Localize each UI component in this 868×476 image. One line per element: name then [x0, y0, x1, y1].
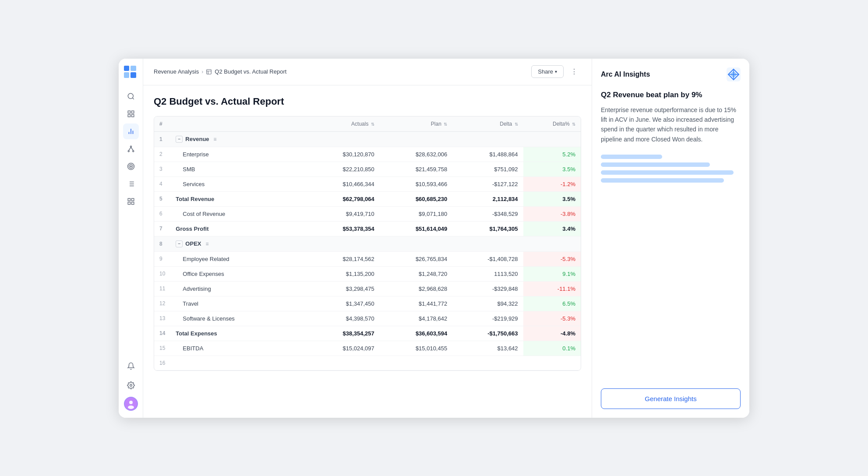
- row-delta: -$329,848: [452, 281, 523, 296]
- group-menu-icon[interactable]: ≡: [214, 136, 217, 142]
- row-num: 5: [154, 191, 170, 206]
- col-num: #: [154, 116, 170, 132]
- row-name: Travel: [170, 296, 307, 311]
- row-plan: $60,685,230: [380, 191, 452, 206]
- table-row: 7Gross Profit$53,378,354$51,614,049$1,76…: [154, 221, 581, 236]
- row-actuals: $28,174,562: [307, 251, 379, 266]
- table-row: 16: [154, 356, 581, 370]
- row-delta-pct: -5.3%: [523, 311, 581, 326]
- svg-rect-21: [131, 202, 134, 204]
- sidebar-item-notifications[interactable]: [123, 358, 139, 374]
- sidebar-item-grid[interactable]: [123, 194, 139, 209]
- row-actuals: $9,419,710: [307, 206, 379, 221]
- row-delta-pct: [523, 356, 581, 370]
- row-delta: -$219,929: [452, 311, 523, 326]
- row-actuals: $15,024,097: [307, 341, 379, 356]
- svg-point-4: [130, 146, 131, 147]
- row-delta-pct: -3.8%: [523, 206, 581, 221]
- row-delta-pct: -11.1%: [523, 281, 581, 296]
- row-delta: [452, 356, 523, 370]
- ai-panel-header: Arc AI Insights: [601, 67, 741, 81]
- row-name: EBITDA: [170, 341, 307, 356]
- row-delta: $1,764,305: [452, 221, 523, 236]
- loading-bars: [601, 155, 741, 183]
- col-delta-pct[interactable]: Delta% ⇅: [523, 116, 581, 132]
- sidebar-item-list[interactable]: [123, 176, 139, 192]
- svg-point-11: [130, 166, 131, 167]
- row-num: 9: [154, 251, 170, 266]
- loading-bar-1: [601, 155, 662, 159]
- svg-point-24: [129, 401, 133, 404]
- breadcrumb-parent[interactable]: Revenue Analysis: [154, 68, 199, 75]
- row-delta-pct: 3.5%: [523, 162, 581, 176]
- svg-line-8: [131, 147, 133, 151]
- row-name: Total Revenue: [170, 191, 307, 206]
- row-num: 8: [154, 236, 170, 251]
- group-menu-icon[interactable]: ≡: [205, 241, 208, 247]
- svg-point-25: [128, 405, 134, 409]
- row-plan: $4,178,642: [380, 311, 452, 326]
- row-delta-pct: -4.8%: [523, 326, 581, 341]
- row-num: 7: [154, 221, 170, 236]
- row-plan: $2,968,628: [380, 281, 452, 296]
- row-plan: $36,603,594: [380, 326, 452, 341]
- sidebar: [119, 59, 143, 418]
- row-actuals: [307, 356, 379, 370]
- sidebar-item-chart[interactable]: [123, 123, 139, 139]
- col-actuals[interactable]: Actuals ⇅: [307, 116, 379, 132]
- sidebar-item-search[interactable]: [123, 88, 139, 104]
- ai-panel-title: Arc AI Insights: [601, 71, 650, 78]
- row-name: Total Expenses: [170, 326, 307, 341]
- group-toggle-icon[interactable]: −: [176, 240, 183, 247]
- row-delta: $13,642: [452, 341, 523, 356]
- table-row: 4Services$10,466,344$10,593,466-$127,122…: [154, 176, 581, 191]
- header-actions: Share ▾ ⋮: [531, 65, 581, 79]
- table-row: 15EBITDA$15,024,097$15,010,455$13,6420.1…: [154, 341, 581, 356]
- report-icon: [206, 69, 212, 75]
- row-delta-pct: 0.1%: [523, 341, 581, 356]
- row-name: Office Expenses: [170, 266, 307, 281]
- row-delta-pct: 3.4%: [523, 221, 581, 236]
- table-row: 10Office Expenses$1,135,200$1,248,720111…: [154, 266, 581, 281]
- app-logo[interactable]: [124, 66, 138, 80]
- sidebar-item-dashboard[interactable]: [123, 106, 139, 122]
- row-num: 10: [154, 266, 170, 281]
- row-name: [170, 356, 307, 370]
- row-num: 4: [154, 176, 170, 191]
- row-delta: $751,092: [452, 162, 523, 176]
- row-delta-pct: [523, 236, 581, 251]
- row-delta-pct: 3.5%: [523, 191, 581, 206]
- generate-insights-button[interactable]: Generate Insights: [601, 388, 741, 409]
- row-actuals: $10,466,344: [307, 176, 379, 191]
- sidebar-item-network[interactable]: [123, 141, 139, 157]
- row-plan: [380, 131, 452, 147]
- more-options-button[interactable]: ⋮: [567, 65, 581, 79]
- data-table-wrapper: # Actuals ⇅ Plan ⇅ Delta ⇅ Delta% ⇅ 1−Re…: [154, 116, 581, 371]
- table-header-row: # Actuals ⇅ Plan ⇅ Delta ⇅ Delta% ⇅: [154, 116, 581, 132]
- row-actuals: $22,210,850: [307, 162, 379, 176]
- user-avatar[interactable]: [124, 397, 138, 411]
- group-toggle-icon[interactable]: −: [176, 136, 183, 143]
- row-name: Employee Related: [170, 251, 307, 266]
- row-num: 16: [154, 356, 170, 370]
- share-button[interactable]: Share ▾: [531, 65, 564, 78]
- row-plan: $21,459,758: [380, 162, 452, 176]
- page-content: Q2 Budget vs. Actual Report # Actuals ⇅ …: [143, 85, 592, 418]
- col-delta[interactable]: Delta ⇅: [452, 116, 523, 132]
- svg-rect-20: [128, 202, 130, 204]
- sidebar-item-settings[interactable]: [123, 377, 139, 393]
- breadcrumb-separator: ›: [201, 69, 203, 75]
- table-row: 11Advertising$3,298,475$2,968,628-$329,8…: [154, 281, 581, 296]
- row-name: Cost of Revenue: [170, 206, 307, 221]
- row-num: 6: [154, 206, 170, 221]
- row-actuals: $1,135,200: [307, 266, 379, 281]
- row-name: Software & Licenses: [170, 311, 307, 326]
- svg-point-10: [129, 164, 133, 168]
- col-name: [170, 116, 307, 132]
- row-name: SMB: [170, 162, 307, 176]
- sidebar-item-target[interactable]: [123, 159, 139, 174]
- row-delta-pct: -5.3%: [523, 251, 581, 266]
- col-plan[interactable]: Plan ⇅: [380, 116, 452, 132]
- row-num: 15: [154, 341, 170, 356]
- row-delta-pct: 5.2%: [523, 147, 581, 162]
